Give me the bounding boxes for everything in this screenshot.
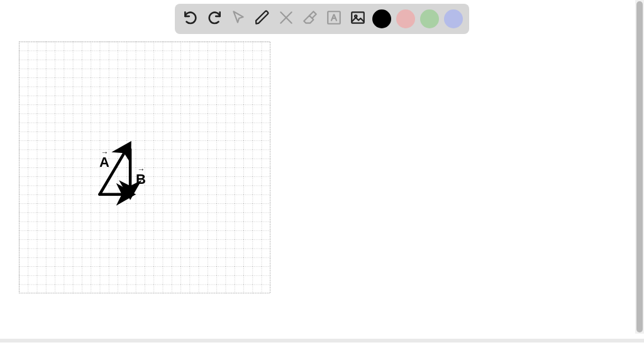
pencil-tool-button[interactable] xyxy=(253,9,272,28)
color-swatch-black[interactable] xyxy=(372,9,391,28)
toolbar xyxy=(175,4,469,34)
undo-button[interactable] xyxy=(181,9,200,28)
color-swatch-green[interactable] xyxy=(420,9,439,28)
tools-icon xyxy=(278,9,294,28)
redo-button[interactable] xyxy=(205,9,224,28)
text-tool-button[interactable] xyxy=(325,9,343,28)
footer-divider xyxy=(0,339,644,342)
color-swatch-pink[interactable] xyxy=(396,9,415,28)
app-root: → A → B xyxy=(0,0,644,345)
pencil-icon xyxy=(254,9,270,28)
color-swatch-purple[interactable] xyxy=(444,9,463,28)
image-tool-button[interactable] xyxy=(348,9,367,28)
undo-icon xyxy=(182,9,199,28)
pointer-icon xyxy=(230,9,247,28)
eraser-icon xyxy=(302,9,318,28)
redo-icon xyxy=(206,9,223,28)
eraser-tool-button[interactable] xyxy=(301,9,319,28)
vector-label-b: → B xyxy=(136,167,146,188)
drawing-canvas[interactable]: → A → B xyxy=(19,42,270,293)
image-icon xyxy=(350,9,366,28)
vertical-scrollbar[interactable] xyxy=(635,0,644,334)
scrollbar-thumb[interactable] xyxy=(636,1,643,332)
text-icon xyxy=(326,9,342,28)
vector-label-a: → A xyxy=(99,150,109,171)
pointer-tool-button[interactable] xyxy=(229,9,248,28)
svg-rect-1 xyxy=(352,12,364,23)
tools-button[interactable] xyxy=(277,9,296,28)
